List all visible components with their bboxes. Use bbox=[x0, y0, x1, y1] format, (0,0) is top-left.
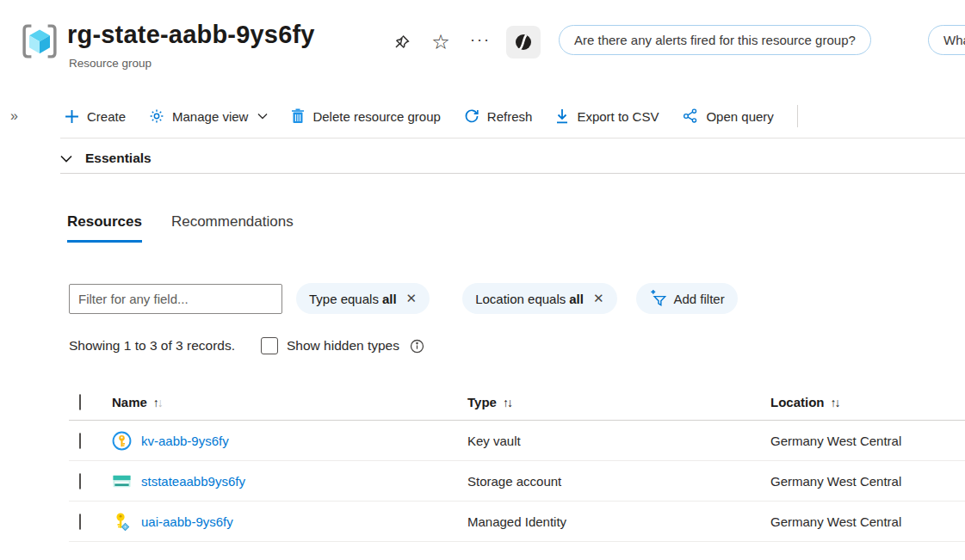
page-subtitle: Resource group bbox=[69, 57, 152, 70]
row-checkbox[interactable] bbox=[79, 433, 81, 449]
pill-value: all bbox=[382, 292, 397, 306]
copilot-suggestion-truncated[interactable]: Wha bbox=[928, 25, 965, 55]
column-header-type[interactable]: Type ↑↓ bbox=[467, 395, 770, 409]
copilot-suggestion-alerts[interactable]: Are there any alerts fired for this reso… bbox=[559, 25, 871, 55]
filter-input[interactable] bbox=[69, 284, 282, 314]
delete-resource-group-button[interactable]: Delete resource group bbox=[291, 108, 440, 124]
key-vault-icon bbox=[112, 431, 132, 451]
resource-type: Storage account bbox=[467, 474, 770, 489]
refresh-label: Refresh bbox=[487, 109, 533, 124]
download-icon bbox=[555, 108, 569, 124]
plus-icon bbox=[65, 109, 79, 124]
filter-pill-location[interactable]: Location equals all ✕ bbox=[462, 283, 616, 314]
export-csv-label: Export to CSV bbox=[577, 109, 659, 124]
tab-recommendations[interactable]: Recommendations bbox=[171, 213, 294, 243]
gear-icon bbox=[149, 108, 164, 124]
export-to-csv-button[interactable]: Export to CSV bbox=[555, 108, 659, 124]
manage-view-button[interactable]: Manage view bbox=[149, 108, 268, 124]
manage-view-label: Manage view bbox=[172, 109, 248, 124]
row-checkbox[interactable] bbox=[79, 473, 81, 489]
sort-icon: ↑↓ bbox=[831, 396, 839, 409]
create-label: Create bbox=[87, 109, 126, 124]
more-options-icon[interactable]: ··· bbox=[467, 28, 494, 56]
tab-resources[interactable]: Resources bbox=[67, 213, 142, 243]
resource-type: Key vault bbox=[467, 434, 770, 448]
collapse-menu-icon[interactable]: » bbox=[7, 105, 22, 127]
add-filter-label: Add filter bbox=[674, 292, 725, 306]
column-header-location[interactable]: Location ↑↓ bbox=[770, 395, 965, 409]
storage-account-icon bbox=[112, 471, 132, 491]
resources-table: Name ↑↓ Type ↑↓ Location ↑↓ kv-aabb-9ys6… bbox=[69, 385, 965, 542]
page-title: rg-state-aabb-9ys6fy bbox=[67, 21, 315, 49]
graph-query-icon bbox=[682, 108, 698, 124]
open-query-label: Open query bbox=[706, 109, 773, 124]
chevron-down-icon bbox=[60, 155, 72, 163]
add-filter-button[interactable]: Add filter bbox=[636, 283, 738, 314]
page-header: rg-state-aabb-9ys6fy Resource group ☆ ··… bbox=[0, 0, 965, 95]
resource-location: Germany West Central bbox=[770, 434, 965, 448]
resource-link[interactable]: uai-aabb-9ys6fy bbox=[141, 514, 233, 529]
records-summary-row: Showing 1 to 3 of 3 records. Show hidden… bbox=[69, 337, 424, 354]
sort-icon: ↑↓ bbox=[503, 396, 511, 409]
column-header-name[interactable]: Name ↑↓ bbox=[112, 395, 467, 409]
trash-icon bbox=[291, 108, 305, 124]
remove-filter-icon[interactable]: ✕ bbox=[593, 291, 604, 306]
table-row: kv-aabb-9ys6fy Key vault Germany West Ce… bbox=[69, 421, 965, 461]
resource-group-icon bbox=[19, 21, 60, 62]
essentials-toggle[interactable]: Essentials bbox=[60, 145, 152, 172]
filter-pill-type[interactable]: Type equals all ✕ bbox=[296, 283, 430, 314]
chevron-down-icon bbox=[257, 113, 268, 120]
tab-bar: Resources Recommendations bbox=[67, 213, 294, 243]
create-button[interactable]: Create bbox=[65, 109, 126, 124]
pin-icon[interactable] bbox=[387, 28, 415, 56]
command-bar: Create Manage view Delete resource group… bbox=[65, 95, 798, 138]
toolbar-border bbox=[60, 138, 965, 138]
records-summary: Showing 1 to 3 of 3 records. bbox=[69, 338, 235, 354]
favorite-star-icon[interactable]: ☆ bbox=[427, 28, 455, 56]
essentials-label: Essentials bbox=[85, 151, 152, 166]
delete-label: Delete resource group bbox=[312, 109, 440, 124]
info-icon[interactable] bbox=[410, 339, 424, 354]
table-row: ststateaabb9ys6fy Storage account German… bbox=[69, 461, 965, 502]
copilot-button[interactable] bbox=[506, 26, 541, 58]
add-filter-icon bbox=[649, 290, 667, 308]
resource-location: Germany West Central bbox=[770, 514, 965, 529]
filter-bar: Type equals all ✕ Location equals all ✕ … bbox=[69, 283, 738, 314]
managed-identity-icon bbox=[112, 512, 132, 532]
essentials-border bbox=[60, 173, 965, 174]
refresh-icon bbox=[464, 108, 479, 124]
resource-link[interactable]: kv-aabb-9ys6fy bbox=[141, 434, 229, 448]
table-header-row: Name ↑↓ Type ↑↓ Location ↑↓ bbox=[69, 385, 965, 421]
sort-icon: ↑↓ bbox=[153, 396, 162, 409]
open-query-button[interactable]: Open query bbox=[682, 108, 773, 124]
table-row: uai-aabb-9ys6fy Managed Identity Germany… bbox=[69, 502, 965, 542]
suggestion-text: Are there any alerts fired for this reso… bbox=[574, 33, 856, 47]
pill-value: all bbox=[569, 292, 584, 306]
show-hidden-types-checkbox[interactable] bbox=[261, 337, 278, 354]
resource-link[interactable]: ststateaabb9ys6fy bbox=[141, 474, 245, 489]
remove-filter-icon[interactable]: ✕ bbox=[406, 291, 418, 306]
pill-prefix: Location equals bbox=[475, 292, 566, 306]
row-checkbox[interactable] bbox=[79, 514, 81, 530]
pill-prefix: Type equals bbox=[309, 292, 379, 306]
suggestion-text: Wha bbox=[943, 33, 965, 47]
resource-type: Managed Identity bbox=[467, 514, 770, 529]
toolbar-divider bbox=[797, 105, 798, 127]
show-hidden-types-label: Show hidden types bbox=[287, 338, 399, 354]
refresh-button[interactable]: Refresh bbox=[464, 108, 533, 124]
resource-location: Germany West Central bbox=[770, 474, 965, 489]
select-all-checkbox[interactable] bbox=[79, 394, 81, 410]
